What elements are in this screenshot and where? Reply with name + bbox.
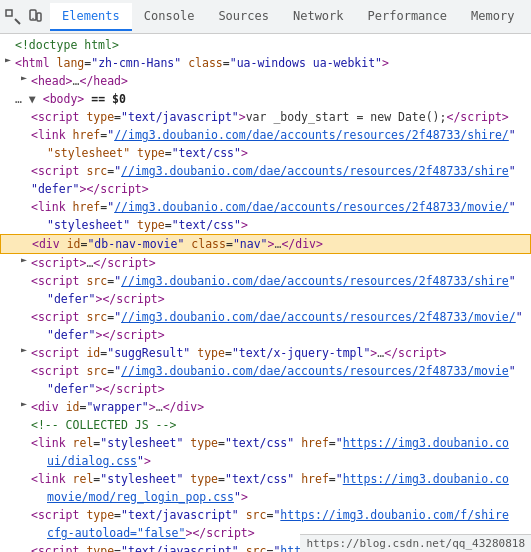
code-content: "defer"></script>: [47, 380, 527, 398]
code-content: "stylesheet" type="text/css">: [47, 216, 527, 234]
code-content: "defer"></script>: [31, 180, 527, 198]
device-icon[interactable]: [26, 8, 44, 26]
dom-line[interactable]: ►<head>…</head>: [0, 72, 531, 90]
toggle-arrow[interactable]: ►: [18, 254, 30, 266]
toggle-arrow[interactable]: ►: [18, 72, 30, 84]
tab-network[interactable]: Network: [281, 3, 356, 31]
dom-line[interactable]: ►"stylesheet" type="text/css">: [0, 144, 531, 162]
code-content: <div id="db-nav-movie" class="nav">…</di…: [32, 235, 526, 253]
dom-line[interactable]: ►<script src="//img3.doubanio.com/dae/ac…: [0, 272, 531, 290]
tab-memory[interactable]: Memory: [459, 3, 526, 31]
code-content: <!doctype html>: [15, 36, 527, 54]
code-content: <script src="//img3.doubanio.com/dae/acc…: [31, 162, 527, 180]
dom-line[interactable]: ►<link href="//img3.doubanio.com/dae/acc…: [0, 198, 531, 216]
dom-line[interactable]: ►<html lang="zh-cmn-Hans" class="ua-wind…: [0, 54, 531, 72]
dom-line[interactable]: ►<!-- COLLECTED JS -->: [0, 416, 531, 434]
svg-line-1: [15, 19, 20, 24]
dom-line[interactable]: ►<script type="text/javascript" src="htt…: [0, 506, 531, 524]
svg-point-4: [32, 17, 33, 18]
code-content: <script id="suggResult" type="text/x-jqu…: [31, 344, 527, 362]
dom-line[interactable]: ►<script src="//img3.doubanio.com/dae/ac…: [0, 162, 531, 180]
code-content: <!-- COLLECTED JS -->: [31, 416, 527, 434]
code-content: <link rel="stylesheet" type="text/css" h…: [31, 434, 527, 452]
dom-line[interactable]: ►ui/dialog.css">: [0, 452, 531, 470]
status-url: https://blog.csdn.net/qq_43280818: [306, 537, 525, 550]
dom-line[interactable]: ►<link rel="stylesheet" type="text/css" …: [0, 470, 531, 488]
dom-line[interactable]: ►<link href="//img3.doubanio.com/dae/acc…: [0, 126, 531, 144]
dom-line[interactable]: ►<!doctype html>: [0, 36, 531, 54]
dom-line[interactable]: ►<div id="wrapper">…</div>: [0, 398, 531, 416]
toggle-arrow[interactable]: ►: [18, 398, 30, 410]
tab-sources[interactable]: Sources: [206, 3, 281, 31]
code-content: "defer"></script>: [47, 290, 527, 308]
dom-line[interactable]: ►<link rel="stylesheet" type="text/css" …: [0, 434, 531, 452]
code-content: <script type="text/javascript" src="http…: [31, 506, 527, 524]
code-content: <script type="text/javascript">var _body…: [31, 108, 527, 126]
code-content: <head>…</head>: [31, 72, 527, 90]
code-content: <script src="//img3.doubanio.com/dae/acc…: [31, 308, 527, 326]
code-content: "defer"></script>: [47, 326, 527, 344]
svg-rect-0: [6, 10, 12, 16]
toggle-arrow[interactable]: ►: [18, 344, 30, 356]
svg-rect-3: [37, 13, 41, 21]
tab-bar: Elements Console Sources Network Perform…: [0, 0, 531, 34]
tab-elements[interactable]: Elements: [50, 3, 132, 31]
code-content: ui/dialog.css">: [47, 452, 527, 470]
code-content: movie/mod/reg_login_pop.css">: [47, 488, 527, 506]
dom-line[interactable]: ►"defer"></script>: [0, 180, 531, 198]
elements-panel: ►<!doctype html>►<html lang="zh-cmn-Hans…: [0, 34, 531, 552]
dom-line[interactable]: ►"stylesheet" type="text/css">: [0, 216, 531, 234]
code-content: "stylesheet" type="text/css">: [47, 144, 527, 162]
code-content: <div id="wrapper">…</div>: [31, 398, 527, 416]
dom-line[interactable]: ►… ▼ <body> == $0: [0, 90, 531, 108]
dom-line[interactable]: ►<script>…</script>: [0, 254, 531, 272]
code-content: <link rel="stylesheet" type="text/css" h…: [31, 470, 527, 488]
code-content: <link href="//img3.doubanio.com/dae/acco…: [31, 198, 527, 216]
dom-line[interactable]: ►<div id="db-nav-movie" class="nav">…</d…: [0, 234, 531, 254]
toggle-arrow[interactable]: ►: [2, 54, 14, 66]
code-content: … ▼ <body> == $0: [15, 90, 527, 108]
code-content: <script src="//img3.doubanio.com/dae/acc…: [31, 272, 527, 290]
code-content: <link href="//img3.doubanio.com/dae/acco…: [31, 126, 527, 144]
code-content: <script>…</script>: [31, 254, 527, 272]
devtools-icons: [4, 8, 44, 26]
dom-line[interactable]: ►<script id="suggResult" type="text/x-jq…: [0, 344, 531, 362]
dom-line[interactable]: ►"defer"></script>: [0, 290, 531, 308]
tab-console[interactable]: Console: [132, 3, 207, 31]
dom-line[interactable]: ►<script src="//img3.doubanio.com/dae/ac…: [0, 362, 531, 380]
code-content: <script src="//img3.doubanio.com/dae/acc…: [31, 362, 527, 380]
dom-line[interactable]: ►<script type="text/javascript">var _bod…: [0, 108, 531, 126]
tab-performance[interactable]: Performance: [356, 3, 459, 31]
inspect-icon[interactable]: [4, 8, 22, 26]
status-bar: https://blog.csdn.net/qq_43280818: [300, 534, 531, 552]
dom-line[interactable]: ►movie/mod/reg_login_pop.css">: [0, 488, 531, 506]
dom-line[interactable]: ►"defer"></script>: [0, 380, 531, 398]
dom-line[interactable]: ►"defer"></script>: [0, 326, 531, 344]
dom-line[interactable]: ►<script src="//img3.doubanio.com/dae/ac…: [0, 308, 531, 326]
code-content: <html lang="zh-cmn-Hans" class="ua-windo…: [15, 54, 527, 72]
